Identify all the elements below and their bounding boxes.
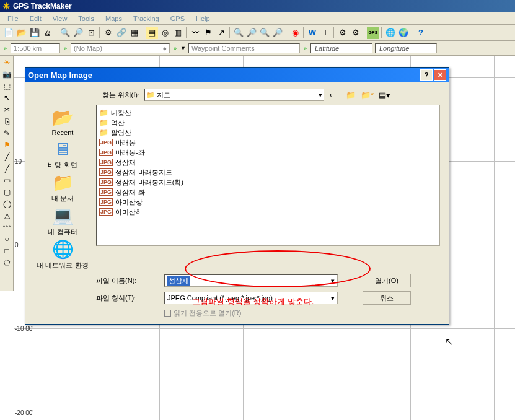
menu-edit[interactable]: Edit [25,14,46,24]
view-menu-icon[interactable]: ▤▾ [379,90,390,100]
dropdown-icon[interactable]: ▾ [331,277,335,285]
list-item[interactable]: JPG바래봉 [99,138,437,147]
track-icon[interactable]: 〰 [189,27,201,39]
globe-icon[interactable]: 🌐 [384,27,397,39]
dropdown-icon[interactable]: ▾ [331,294,335,302]
menu-maps[interactable]: Maps [100,14,127,24]
wave-tool-icon[interactable]: 〰 [1,222,12,233]
rrect-tool-icon[interactable]: ▢ [1,186,12,198]
pentagon-tool-icon[interactable]: ⬠ [1,257,12,268]
layer-icon[interactable]: ▥ [172,27,184,39]
menu-gps[interactable]: GPS [165,14,190,24]
main-toolbar: 📄 📂 💾 🖨 🔍 🔎 ⊡ ⚙ 🔗 ▦ ▤ ◎ ▥ 〰 ⚑ ↗ 🔍 🔎 🔍 🔎 … [0,25,515,41]
list-item[interactable]: JPG바래봉-좌 [99,147,437,157]
list-item[interactable]: JPG성삼재-좌 [99,187,437,197]
menu-help[interactable]: Help [191,14,215,24]
link-icon[interactable]: 🔗 [115,27,128,39]
copy-tool-icon[interactable]: ⎘ [1,116,12,127]
folder-icon: 📁 [146,91,155,98]
arrow-icon[interactable]: » [63,45,68,51]
flag-tool-icon[interactable]: ⚑ [1,139,12,151]
place-network[interactable]: 🌐내 네트워크 환경 [34,239,91,270]
map-icon[interactable]: ▤ [146,27,158,39]
zoom-track-icon[interactable]: 🔍 [258,27,271,39]
menu-tools[interactable]: Tools [73,14,99,24]
folder-icon: 📁 [99,108,108,117]
menu-view[interactable]: View [48,14,73,24]
app-icon: ☀ [2,1,11,11]
scale-input[interactable]: 1:500 km [11,43,60,53]
close-button[interactable]: ✕ [434,69,446,81]
axis-label: -20 00' [15,409,33,416]
menu-file[interactable]: File [2,14,24,24]
ellipse-tool-icon[interactable]: ◯ [1,198,12,209]
line-tool-icon[interactable]: ╱ [1,163,12,174]
arrow-icon[interactable]: » [172,45,178,51]
print-icon[interactable]: 🖨 [42,27,54,39]
list-item[interactable]: JPG성삼재-바래봉지도(확) [99,177,437,187]
axis-label: -10 00' [15,325,33,332]
back-icon[interactable]: ⟵ [329,90,341,100]
help-button[interactable]: ? [420,69,433,81]
zoom-sel-icon[interactable]: 🔎 [245,27,258,39]
map-select[interactable]: (No Map) ● [71,43,170,53]
path-tool-icon[interactable]: ╱ [1,151,12,162]
find-icon[interactable]: 🔍 [232,27,245,39]
place-mydocs[interactable]: 📁내 문서 [34,172,91,203]
list-item[interactable]: JPG아미산상 [99,197,437,207]
camera-tool-icon[interactable]: 📷 [1,69,12,80]
gps-badge-icon[interactable]: GPS [367,27,379,39]
dialog-titlebar[interactable]: Open Map Image ? ✕ [25,68,449,82]
list-item[interactable]: 📁내장산 [99,108,437,118]
list-item[interactable]: JPG아미산하 [99,207,437,217]
list-item[interactable]: JPG성삼재 [99,157,437,167]
route-icon[interactable]: ↗ [215,27,227,39]
pointer-tool-icon[interactable]: ↖ [1,92,12,103]
select-tool-icon[interactable]: ⬚ [1,81,12,92]
target-icon[interactable]: ◎ [159,27,171,39]
open-icon[interactable]: 📂 [15,27,28,39]
save-icon[interactable]: 💾 [29,27,41,39]
filename-input[interactable]: 성삼재 ▾ [164,274,338,287]
list-item[interactable]: 📁팔영산 [99,128,437,138]
cut-tool-icon[interactable]: ✂ [1,104,12,115]
waypoint-icon[interactable]: ⚙ [102,27,115,39]
options-icon[interactable]: ⚙ [350,27,362,39]
earth-icon[interactable]: 🌍 [397,27,410,39]
pencil-tool-icon[interactable]: ✎ [1,128,12,139]
file-list[interactable]: 📁내장산 📁억산 📁팔영산 JPG바래봉 JPG바래봉-좌 JPG성삼재 JPG… [96,105,440,246]
lookin-select[interactable]: 📁 지도 ▾ [144,89,324,101]
list-item[interactable]: JPG성삼재-바래봉지도 [99,167,437,177]
realtime-icon[interactable]: ◉ [289,27,301,39]
checkbox-icon[interactable] [164,310,171,317]
place-mycomputer[interactable]: 💻내 컴퓨터 [34,206,91,237]
sun-tool-icon[interactable]: ☀ [1,57,12,68]
help-icon[interactable]: ? [415,27,427,39]
new-folder-icon[interactable]: 📁* [361,90,374,100]
cancel-button[interactable]: 취소 [363,291,411,305]
circle-tool-icon[interactable]: ○ [1,234,12,245]
comment-input[interactable]: Waypoint Comments [188,43,300,53]
zoom-fit-icon[interactable]: ⊡ [85,27,97,39]
menu-tracking[interactable]: Tracking [128,14,164,24]
list-item[interactable]: 📁억산 [99,118,437,128]
search-wp-icon[interactable]: 🔎 [271,27,284,39]
wiki-icon[interactable]: W [306,27,319,39]
text-icon[interactable]: T [319,27,332,39]
network-icon: 🌐 [52,239,74,260]
grid-icon[interactable]: ▦ [128,27,141,39]
up-folder-icon[interactable]: 📁 [346,90,356,100]
zoom-out-icon[interactable]: 🔎 [72,27,84,39]
open-button[interactable]: 열기(O) [363,274,411,287]
flag-icon[interactable]: ⚑ [202,27,214,39]
arrow-icon[interactable]: » [302,45,308,51]
new-icon[interactable]: 📄 [2,27,15,39]
rect-tool-icon[interactable]: ▭ [1,175,12,186]
zoom-in-icon[interactable]: 🔍 [59,27,71,39]
place-desktop[interactable]: 🖥바탕 화면 [34,139,91,170]
square-tool-icon[interactable]: □ [1,245,12,256]
settings-icon[interactable]: ⚙ [337,27,349,39]
poly-tool-icon[interactable]: △ [1,210,12,221]
place-recent[interactable]: 📂Recent [34,107,91,136]
arrow-icon[interactable]: » [2,45,8,51]
